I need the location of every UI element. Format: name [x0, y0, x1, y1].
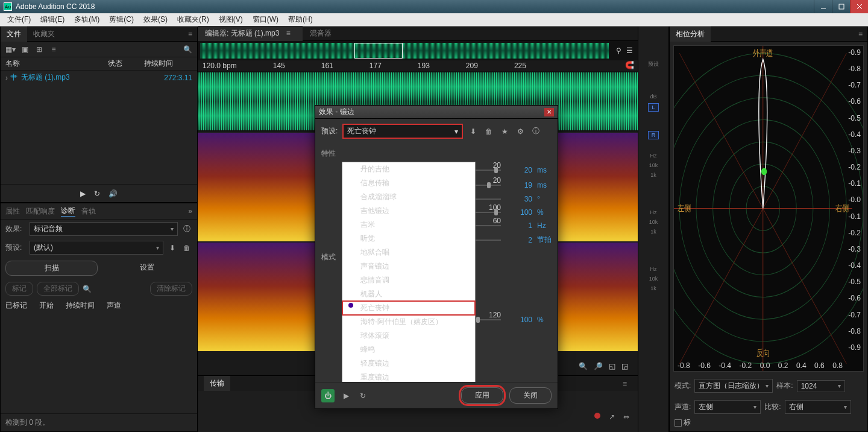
delete-preset-icon[interactable]: 🗑 — [181, 243, 192, 253]
overview-waveform[interactable]: ⚲ ☰ — [198, 41, 638, 60]
filter-icon[interactable]: ≡ — [49, 45, 58, 54]
search-icon[interactable]: 🔍 — [183, 45, 192, 54]
preview-loop-icon[interactable]: ↻ — [357, 390, 368, 401]
tab-favorites[interactable]: 收藏夹 — [27, 27, 61, 42]
preset-option[interactable]: 听觉 — [342, 232, 475, 246]
preset-select[interactable]: (默认)▾ — [30, 241, 163, 255]
phase-checkbox[interactable]: 标 — [675, 418, 691, 428]
channel-l-button[interactable]: L — [648, 103, 659, 112]
tab-mixer[interactable]: 混音器 — [303, 26, 339, 41]
dialog-close-button[interactable]: ✕ — [544, 108, 554, 116]
transport-menu-icon[interactable]: ≡ — [618, 377, 632, 390]
preset-option[interactable]: 重度镶边 — [342, 370, 475, 382]
minimize-button[interactable] — [814, 0, 832, 13]
expand-icon[interactable]: › — [5, 74, 8, 82]
autoplay-icon[interactable]: 🔊 — [108, 189, 118, 198]
menu-view[interactable]: 视图(V) — [215, 13, 247, 26]
record-indicator-icon[interactable] — [594, 413, 600, 419]
phase-menu-icon[interactable]: ≡ — [854, 28, 867, 41]
subtab-track[interactable]: 音轨 — [81, 206, 96, 217]
zoom-icon[interactable]: ⚲ — [616, 46, 621, 55]
download-preset-icon[interactable]: ⬇ — [167, 243, 178, 253]
zoom-in-icon[interactable]: 🔍 — [579, 362, 588, 370]
phase-channel-select[interactable]: 左侧▾ — [694, 400, 761, 414]
preset-option[interactable]: 吉米 — [342, 218, 475, 232]
menu-help[interactable]: 帮助(H) — [285, 13, 316, 26]
close-button[interactable] — [850, 0, 868, 13]
zoom-full-icon[interactable]: ◱ — [609, 362, 615, 370]
subtab-properties[interactable]: 属性 — [5, 206, 20, 217]
subtab-more[interactable]: » — [188, 207, 192, 215]
settings-button[interactable]: 设置 — [101, 261, 192, 276]
preset-option[interactable]: 悲情音调 — [342, 273, 475, 287]
insert-icon[interactable]: ⊞ — [34, 45, 44, 54]
phase-samples-select[interactable]: 1024▾ — [797, 380, 845, 392]
menu-multitrack[interactable]: 多轨(M) — [71, 13, 103, 26]
maximize-button[interactable] — [832, 0, 850, 13]
zoom-out-icon[interactable]: 🔎 — [594, 362, 603, 370]
help-info-icon[interactable]: ⓘ — [530, 126, 541, 137]
preset-option[interactable]: 轻度镶边 — [342, 357, 475, 370]
tab-editor[interactable]: 编辑器: 无标题 (1).mp3 ≡ — [198, 26, 303, 41]
col-duration[interactable]: 持续时间 — [144, 59, 173, 69]
preset-option[interactable]: 信息传输 — [342, 176, 475, 190]
menu-edit[interactable]: 编辑(E) — [37, 13, 68, 26]
magnet-icon[interactable]: 🧲 — [625, 61, 634, 69]
overview-selection[interactable] — [354, 43, 403, 59]
search-markers-icon[interactable]: 🔍 — [83, 285, 92, 293]
file-row[interactable]: › ⺺ 无标题 (1).mp3 272:3.11 — [1, 71, 197, 84]
effect-select[interactable]: 标记音频▾ — [30, 222, 178, 236]
phase-mode-select[interactable]: 直方图（日志缩放）▾ — [694, 379, 773, 393]
zoom-sel-icon[interactable]: ◲ — [621, 362, 628, 370]
record-icon[interactable]: ▣ — [20, 45, 30, 54]
col-name[interactable]: 名称 — [5, 59, 108, 69]
preset-option[interactable]: 地狱合唱 — [342, 246, 475, 259]
menu-favorites[interactable]: 收藏夹(R) — [174, 13, 213, 26]
tab-phase[interactable]: 相位分析 — [670, 27, 711, 42]
loop-icon[interactable]: ↻ — [94, 189, 100, 198]
preset-option[interactable]: 死亡丧钟 — [342, 301, 475, 315]
panel-menu-icon[interactable]: ≡ — [183, 28, 197, 41]
menu-window[interactable]: 窗口(W) — [249, 13, 282, 26]
subtab-diagnostics[interactable]: 诊断 — [61, 206, 75, 217]
favorite-preset-icon[interactable]: ★ — [499, 126, 510, 137]
clear-marks-button[interactable]: 清除标记 — [150, 282, 192, 296]
preset-option[interactable]: 蜂鸣 — [342, 343, 475, 357]
tab-files[interactable]: 文件 — [1, 27, 27, 42]
preset-option[interactable]: 球体滚滚 — [342, 329, 475, 343]
open-file-icon[interactable]: ▦▾ — [5, 45, 15, 54]
apply-button[interactable]: 应用 — [461, 387, 503, 404]
menu-effects[interactable]: 效果(S) — [140, 13, 171, 26]
preset-option[interactable]: 丹的吉他 — [342, 162, 475, 176]
preview-play-icon[interactable]: ▶ — [341, 390, 351, 401]
tab-transport[interactable]: 传输 — [204, 376, 230, 391]
delete-preset-icon[interactable]: 🗑 — [483, 126, 494, 137]
play-icon[interactable]: ▶ — [80, 189, 86, 198]
power-toggle[interactable]: ⏻ — [321, 389, 335, 402]
link-icon[interactable]: ⇔ — [623, 413, 629, 421]
list-view-icon[interactable]: ☰ — [626, 46, 633, 55]
menu-clip[interactable]: 剪辑(C) — [105, 13, 137, 26]
dialog-preset-select[interactable]: 死亡丧钟▾ — [342, 124, 463, 139]
menu-file[interactable]: 文件(F) — [4, 13, 34, 26]
preset-option[interactable]: 声音镶边 — [342, 259, 475, 273]
preset-option[interactable]: 海特-阿什伯里（嬉皮区） — [342, 315, 475, 329]
subtab-loudness[interactable]: 匹配响度 — [26, 206, 55, 217]
save-preset-icon[interactable]: ⬇ — [468, 126, 479, 137]
phase-scope[interactable]: 外声道 左侧 右侧 反向 -0.9-0.8-0.7 -0.6-0.5-0.4 -… — [673, 45, 864, 372]
col-status[interactable]: 状态 — [108, 59, 144, 69]
timeline-ruler[interactable]: 120.0 bpm 145 161 177 193 209 225 🧲 — [198, 60, 638, 71]
channel-r-button[interactable]: R — [648, 131, 659, 139]
preset-option[interactable]: 合成溜溜球 — [342, 190, 475, 204]
mark-button[interactable]: 标记 — [5, 282, 33, 296]
mark-all-button[interactable]: 全部标记 — [37, 282, 79, 296]
preset-option[interactable]: 吉他镶边 — [342, 204, 475, 218]
settings-icon[interactable]: ⚙ — [515, 126, 526, 137]
info-icon[interactable]: ⓘ — [181, 224, 192, 235]
phase-compare-select[interactable]: 右侧▾ — [785, 400, 851, 414]
preset-dropdown[interactable]: 丹的吉他信息传输合成溜溜球吉他镶边吉米听觉地狱合唱声音镶边悲情音调机器人死亡丧钟… — [342, 162, 476, 382]
dialog-close-footer-button[interactable]: 关闭 — [509, 387, 552, 404]
export-icon[interactable]: ↗ — [609, 413, 615, 421]
scan-button[interactable]: 扫描 — [5, 261, 98, 276]
preset-option[interactable]: 机器人 — [342, 287, 475, 301]
